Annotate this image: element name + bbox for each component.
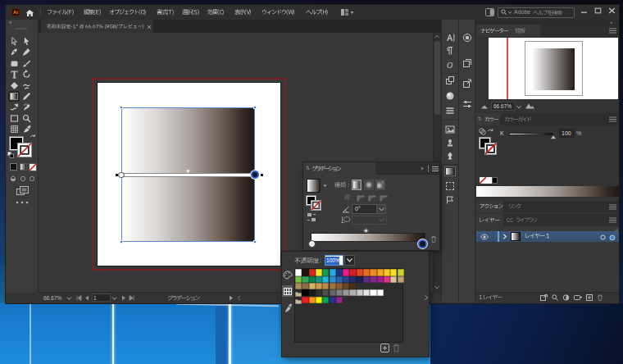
svg-text:O: O xyxy=(447,61,452,70)
